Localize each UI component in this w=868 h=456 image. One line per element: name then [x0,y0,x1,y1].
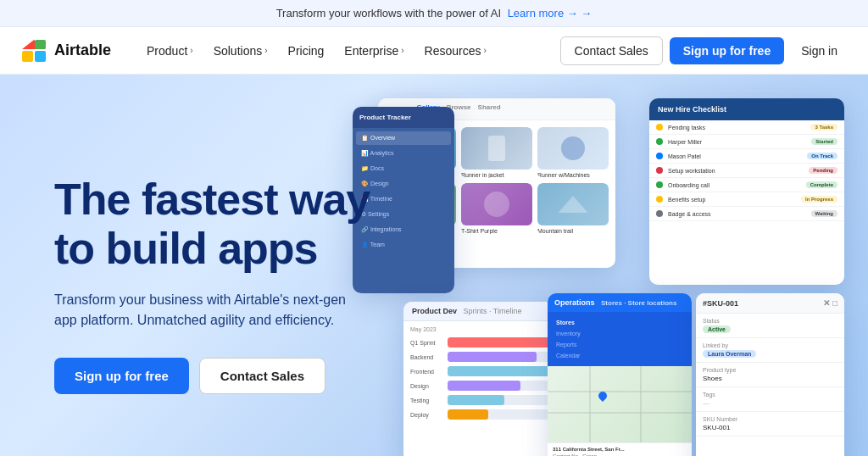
hero-signup-button[interactable]: Sign up for free [54,358,189,394]
nav-signup-button[interactable]: Sign up for free [670,37,784,64]
map-streets-icon [548,366,692,442]
hire-status-dot [656,153,663,159]
ops-address: 311 California Street, San Fr... Contact… [548,442,692,456]
sku-title: #SKU-001 [703,299,738,308]
hire-row: Mason Patel On Track [649,149,844,164]
product-chevron-icon: › [190,46,192,55]
nav-resources[interactable]: Resources › [416,37,495,64]
hero-buttons: Sign up for free Contact Sales [54,358,410,394]
sku-window-controls: ✕ □ [823,298,837,308]
ops-header: Operations Stores · Store locations [548,293,692,312]
nav-solutions[interactable]: Solutions › [205,37,276,64]
hire-status-dot [656,124,663,131]
navbar: Airtable Product › Solutions › Pricing E… [0,27,868,75]
tracker-item: 📊 Analytics [356,147,451,160]
contact-sales-button[interactable]: Contact Sales [560,36,663,65]
hire-status-dot [656,210,663,217]
logo-link[interactable]: Airtable [20,37,111,64]
ops-nav-item: Stores [553,317,687,328]
ops-nav-item: Reports [553,339,687,350]
hire-row: Setup workstation Pending [649,164,844,178]
svg-rect-3 [35,40,46,49]
hire-row: Onboarding call Complete [649,178,844,192]
hire-row: Benefits setup In Progress [649,192,844,207]
gallery-item: T-Shirt Purple [461,183,532,234]
sku-field: Product type Shoes [696,363,844,387]
hero-contact-button[interactable]: Contact Sales [199,358,326,394]
hire-header: New Hire Checklist [649,98,844,120]
hero-content: The fastest way to build apps Transform … [54,175,410,393]
tracker-item: 📁 Docs [356,162,451,175]
hire-row: Pending tasks 3 Tasks [649,120,844,135]
sku-header: #SKU-001 ✕ □ [696,293,844,314]
ops-nav-item: Calendar [553,350,687,361]
hire-status-dot [656,138,663,145]
sku-field: SKU Number SKU-001 [696,412,844,437]
hire-status-dot [656,181,663,188]
sprints-title: Product Dev Sprints · Timeline [412,307,522,315]
screenshot-cluster: Assets Gallery Browse Shared Athletic Ap… [353,98,844,456]
gallery-item: Runner in jacket [461,127,532,178]
nav-pricing[interactable]: Pricing [280,37,333,64]
logo-text: Airtable [54,42,111,59]
top-banner: Transform your workflows with the power … [0,0,868,27]
hire-rows: Pending tasks 3 Tasks Harper Miller Star… [649,120,844,221]
hire-row: Badge & access Waiting [649,207,844,221]
ops-nav-item: Inventory [553,328,687,339]
operations-window: Operations Stores · Store locations Stor… [548,293,692,456]
nav-enterprise[interactable]: Enterprise › [336,37,412,64]
banner-text: Transform your workflows with the power … [276,7,501,19]
gallery-item: Runner w/Machines [537,127,609,178]
svg-rect-1 [35,51,46,62]
sku-window: #SKU-001 ✕ □ Status Active Linked by Lau… [696,293,844,456]
tab-shared: Shared [478,103,501,114]
svg-rect-0 [22,51,33,62]
nav-actions: Contact Sales Sign up for free Sign in [560,36,848,65]
sku-field: Linked by Laura Overman [696,338,844,363]
hero-screenshots: Assets Gallery Browse Shared Athletic Ap… [410,115,827,454]
ops-sidebar: Stores Inventory Reports Calendar [548,312,692,366]
signin-button[interactable]: Sign in [791,37,848,64]
hire-status-dot [656,196,663,203]
nav-product[interactable]: Product › [138,37,202,64]
hire-window: New Hire Checklist Pending tasks 3 Tasks… [649,98,844,285]
hero-section: The fastest way to build apps Transform … [0,75,868,456]
ops-map [548,366,692,442]
solutions-chevron-icon: › [264,46,267,55]
sku-field: Tags — [696,387,844,412]
hire-status-dot [656,167,663,174]
hero-subtitle: Transform your business with Airtable's … [54,290,359,331]
resources-chevron-icon: › [483,46,486,55]
tracker-item: 📋 Overview [356,131,451,145]
gallery-item: Mountain trail [537,183,609,234]
sku-field: Status Active [696,314,844,338]
tracker-header: Product Tracker [353,107,454,128]
hero-title: The fastest way to build apps [54,175,410,272]
hire-row: Harper Miller Started [649,135,844,149]
enterprise-chevron-icon: › [401,46,403,55]
banner-link[interactable]: Learn more → [508,7,593,19]
nav-links: Product › Solutions › Pricing Enterprise… [138,37,560,64]
airtable-logo-icon [20,37,47,64]
